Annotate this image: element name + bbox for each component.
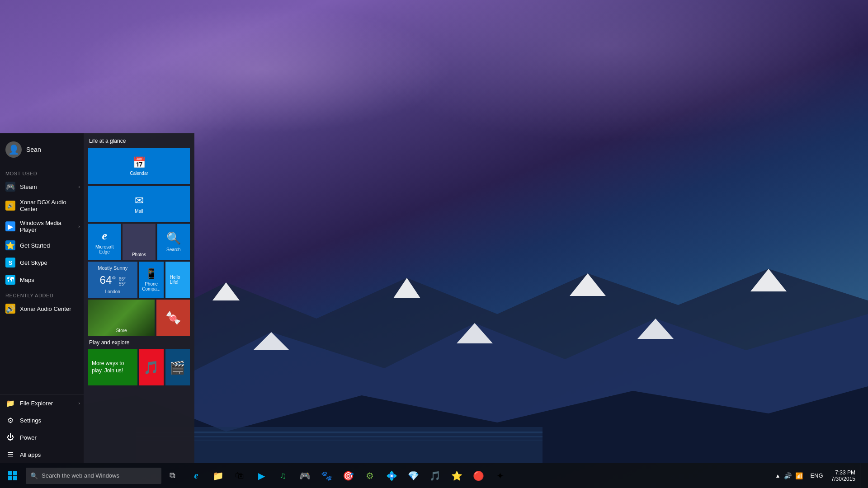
mail-icon: ✉ [135,194,144,207]
app13-taskbar-icon: ⭐ [451,470,462,481]
start-button[interactable] [0,463,25,488]
skype-icon: S [5,258,15,267]
sidebar-item-settings[interactable]: ⚙ Settings [0,412,84,429]
tiles-section1-label: Life at a glance [88,138,190,144]
tile-phone-companion[interactable]: 📱 Phone Compa... [139,262,164,298]
taskbar-app10-icon[interactable]: 💠 [381,463,402,488]
app15-taskbar-icon: ✦ [496,470,504,481]
xonar-audio-icon: 🔊 [5,304,15,314]
network-icon[interactable]: 📶 [795,472,803,479]
sidebar-item-power[interactable]: ⏻ Power [0,429,84,446]
groove-icon: 🎵 [143,360,159,375]
svg-rect-17 [13,476,17,480]
tile-movies[interactable]: 🎬 [165,349,190,385]
windows-media-player-icon: ▶ [5,221,15,231]
twitter-content: Hello Life! [168,273,187,286]
spotify-taskbar-icon: ♫ [280,470,287,481]
sidebar-item-xonar-audio[interactable]: 🔊 Xonar Audio Center [0,300,84,317]
store-label: Store [116,328,127,333]
taskbar-spotify-icon[interactable]: ♫ [272,463,294,488]
sidebar-item-xonar-dgx[interactable]: 🔊 Xonar DGX Audio Center [0,195,84,216]
sidebar-item-file-explorer[interactable]: 📁 File Explorer › [0,394,84,412]
taskbar: 🔍 Search the web and Windows ⧉ e 📁 🛍 ▶ ♫… [0,463,868,488]
task-view-icon: ⧉ [170,471,175,480]
tile-mail[interactable]: ✉ Mail [88,186,190,222]
windows-logo-icon [8,471,17,480]
taskbar-clock[interactable]: 7:33 PM 7/30/2015 [827,463,860,488]
sidebar-item-get-skype[interactable]: S Get Skype [0,254,84,271]
tile-calendar[interactable]: 📅 Calendar [88,148,190,184]
movies-icon: 🎬 [170,360,185,375]
taskbar-app6-icon[interactable]: 🎮 [294,463,316,488]
user-name: Sean [26,146,41,153]
taskbar-app7-icon[interactable]: 🐾 [316,463,337,488]
show-desktop-button[interactable] [860,463,863,488]
svg-rect-11 [136,432,542,433]
expand-systray-icon[interactable]: ▲ [775,473,781,479]
tile-minecraft-store[interactable]: Store [88,300,155,336]
taskbar-media-icon[interactable]: ▶ [250,463,272,488]
most-used-label: Most used [0,166,84,178]
taskbar-app8-icon[interactable]: 🎯 [337,463,359,488]
taskbar-store-icon[interactable]: 🛍 [229,463,250,488]
weather-temp: 64° [100,274,116,286]
weather-location: London [105,289,120,294]
chevron-right-icon: › [78,184,80,189]
tile-weather[interactable]: Mostly Sunny 64° 66° 55° London [88,262,137,298]
file-explorer-icon: 📁 [5,398,15,408]
taskbar-app14-icon[interactable]: 🔴 [467,463,489,488]
calendar-icon: 📅 [132,156,146,169]
sidebar-item-all-apps[interactable]: ☰ All apps [0,446,84,463]
tile-candy-crush[interactable]: 🍬 [156,300,190,336]
svg-rect-13 [136,440,542,441]
tile-twitter[interactable]: Hello Life! [165,262,190,298]
volume-icon[interactable]: 🔊 [784,472,792,479]
taskbar-right-section: ▲ 🔊 📶 ENG 7:33 PM 7/30/2015 [772,463,868,488]
language-indicator[interactable]: ENG [807,472,826,479]
calendar-label: Calendar [130,171,148,176]
taskbar-app11-icon[interactable]: 💎 [402,463,424,488]
taskbar-app12-icon[interactable]: 🎵 [424,463,446,488]
start-menu: 👤 Sean Most used 🎮 Steam › 🔊 Xonar DGX A… [0,133,194,463]
taskbar-app9-icon[interactable]: ⚙ [359,463,381,488]
taskbar-pinned-icons: e 📁 🛍 ▶ ♫ 🎮 🐾 🎯 ⚙ 💠 💎 [185,463,511,488]
taskbar-search-bar[interactable]: 🔍 Search the web and Windows [26,468,161,484]
edge-taskbar-icon: e [194,470,198,481]
xonar-audio-label: Xonar Audio Center [20,305,71,312]
xonar-dgx-icon: 🔊 [5,201,15,211]
sidebar-item-get-started[interactable]: ⭐ Get Started [0,237,84,254]
phone-companion-label: Phone Compa... [142,282,161,291]
phone-icon: 📱 [145,268,157,280]
sidebar-item-maps[interactable]: 🗺 Maps [0,271,84,288]
taskbar-edge-icon[interactable]: e [185,463,207,488]
app9-taskbar-icon: ⚙ [366,470,374,481]
tile-edge[interactable]: e Microsoft Edge [88,224,121,260]
app10-taskbar-icon: 💠 [386,470,397,481]
edge-icon: e [102,229,107,243]
tile-photos[interactable]: Photos [123,224,155,260]
get-skype-label: Get Skype [20,259,47,266]
task-view-button[interactable]: ⧉ [161,463,183,488]
taskbar-app13-icon[interactable]: ⭐ [446,463,467,488]
tile-more-ways[interactable]: More ways to play. Join us! [88,349,137,385]
chevron-right-icon-2: › [78,224,80,229]
svg-rect-14 [8,471,12,475]
systray-icons: ▲ 🔊 📶 [772,472,807,479]
maps-label: Maps [20,277,34,283]
svg-rect-15 [13,471,17,475]
taskbar-explorer-icon[interactable]: 📁 [207,463,229,488]
user-section[interactable]: 👤 Sean [0,133,84,166]
explorer-taskbar-icon: 📁 [212,470,224,481]
tiles-section2-label: Play and explore [88,339,190,346]
weather-condition: Mostly Sunny [98,265,127,271]
more-ways-label: More ways to play. Join us! [92,360,134,374]
power-label: Power [20,434,37,441]
app6-taskbar-icon: 🎮 [299,470,311,481]
tile-search[interactable]: 🔍 Search [157,224,190,260]
taskbar-app15-icon[interactable]: ✦ [489,463,511,488]
sidebar-item-windows-media-player[interactable]: ▶ Windows Media Player › [0,216,84,237]
app12-taskbar-icon: 🎵 [429,470,441,481]
tile-groove[interactable]: 🎵 [139,349,164,385]
sidebar-item-steam[interactable]: 🎮 Steam › [0,178,84,195]
file-explorer-label: File Explorer [20,400,53,407]
